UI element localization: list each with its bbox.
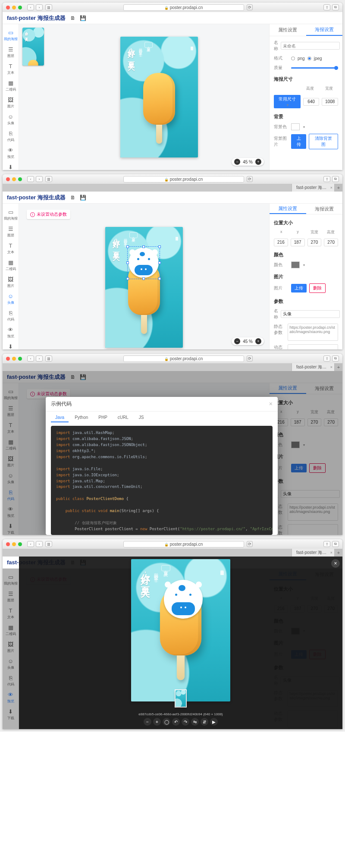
sidebar-toggle-icon[interactable]: ▥	[45, 4, 52, 10]
viewer-flip-v-icon[interactable]: ⇵	[201, 718, 208, 726]
upload-bg-button[interactable]: 上传	[291, 134, 307, 149]
sidebar-item-avatar[interactable]: ☺头像	[3, 112, 19, 127]
save-icon[interactable]: 💾	[80, 15, 86, 21]
height-input[interactable]: 640	[303, 98, 320, 106]
width-input[interactable]: 1008	[322, 98, 338, 106]
close-window-icon[interactable]	[6, 6, 10, 9]
sidebar-toggle-icon[interactable]: ▥	[45, 176, 52, 182]
code-tab-js[interactable]: JS	[135, 413, 148, 422]
forward-button[interactable]: ›	[36, 176, 43, 182]
zoom-in-button[interactable]: +	[255, 338, 261, 344]
sidebar-item-image[interactable]: 🖼图片	[3, 274, 19, 289]
sidebar-item-text[interactable]: T文本	[3, 61, 19, 76]
sidebar-item-myposters[interactable]: ▭我的海报	[3, 28, 19, 43]
share-icon[interactable]: ⇪	[323, 176, 330, 182]
sidebar-item-preview[interactable]: 👁预览	[3, 325, 19, 340]
save-icon[interactable]: 💾	[80, 194, 86, 201]
sidebar-item-qrcode[interactable]: ▦二维码	[3, 78, 19, 93]
modal-close-icon[interactable]: ×	[269, 400, 273, 408]
browser-tab[interactable]: fast-poster 海…×	[292, 549, 335, 557]
tabs-icon[interactable]: ⧉	[332, 4, 339, 10]
tab-poster-settings[interactable]: 海报设置	[306, 204, 343, 214]
code-tab-java[interactable]: Java	[51, 413, 69, 422]
color-swatch[interactable]	[291, 261, 300, 268]
sidebar-item-layers[interactable]: ☰图层	[3, 224, 19, 239]
tabs-icon[interactable]: ⧉	[332, 176, 339, 182]
poster-canvas[interactable]: 你好，夏天 我的世界十二 立夏 万物繁盛的美好 让我们一起迎接夏天	[120, 37, 198, 157]
back-button[interactable]: ‹	[27, 4, 34, 10]
new-doc-icon[interactable]: 🗎	[70, 15, 76, 21]
maximize-window-icon[interactable]	[18, 6, 22, 9]
dynamic-param-input[interactable]	[288, 344, 338, 349]
format-jpeg-radio[interactable]	[307, 57, 311, 60]
tab-properties[interactable]: 属性设置	[270, 24, 306, 36]
poster-canvas[interactable]: 你好，夏天 我的世界十二 立夏 万物繁盛的美好 让我们一起迎接夏天	[105, 227, 183, 348]
zoom-out-button[interactable]: −	[234, 159, 240, 165]
viewer-zoom-in-icon[interactable]: +	[153, 718, 161, 726]
zoom-in-button[interactable]: +	[255, 159, 261, 165]
x-input[interactable]: 216	[274, 239, 288, 246]
selection-box[interactable]	[127, 246, 160, 279]
tab-properties[interactable]: 属性设置	[270, 204, 306, 214]
canvas-stage[interactable]: 你好，夏天 我的世界十二 立夏 万物繁盛的美好 让我们一起迎接夏天 − 45 %…	[49, 24, 269, 170]
close-tab-icon[interactable]: ×	[330, 186, 332, 190]
browser-tab[interactable]: fast-poster 海…×	[292, 184, 335, 192]
avatar-element[interactable]	[129, 248, 159, 278]
browser-tab[interactable]: fast-poster 海…×	[292, 363, 335, 371]
static-param-input[interactable]: https://poster.prodapi.cn/static/images/…	[288, 324, 338, 341]
address-bar[interactable]: 🔒poster.prodapi.cn ⟳	[55, 4, 321, 11]
poster-thumbnail[interactable]: 你好，夏天	[22, 28, 44, 66]
sidebar-item-avatar[interactable]: ☺头像	[3, 291, 19, 306]
forward-button[interactable]: ›	[36, 4, 43, 10]
viewer-play-icon[interactable]: ▶	[210, 718, 218, 726]
clear-bg-button[interactable]: 清除背景图	[309, 134, 338, 149]
new-tab-button[interactable]: +	[335, 184, 342, 192]
share-icon[interactable]: ⇪	[323, 4, 330, 10]
reload-button[interactable]: ⟳	[247, 176, 253, 182]
back-button[interactable]: ‹	[27, 176, 34, 182]
viewer-reset-icon[interactable]: ◯	[163, 718, 170, 726]
sidebar-item-preview[interactable]: 👁预览	[3, 145, 19, 160]
code-tab-python[interactable]: Python	[70, 413, 92, 422]
y-input[interactable]: 187	[291, 239, 305, 246]
param-name-input[interactable]	[281, 310, 340, 318]
code-block[interactable]: import java.util.HashMap; import com.ali…	[51, 426, 273, 535]
quality-slider[interactable]	[291, 67, 338, 69]
sidebar-item-code[interactable]: ⎘代码	[3, 308, 19, 323]
viewer-rotate-right-icon[interactable]: ↷	[182, 718, 189, 726]
code-tab-curl[interactable]: cURL	[113, 413, 133, 422]
sidebar-item-image[interactable]: 🖼图片	[3, 95, 19, 110]
new-tab-button[interactable]: +	[335, 549, 342, 557]
viewer-flip-h-icon[interactable]: ⇋	[191, 718, 199, 726]
image-viewer-overlay[interactable]: × 你好，夏天 我的世界十二 立夏 万物繁盛的美好 让我们一起迎接夏天	[19, 557, 342, 729]
sidebar-item-myposters[interactable]: ▭我的海报	[3, 207, 19, 222]
viewer-zoom-out-icon[interactable]: −	[144, 718, 151, 726]
format-png-radio[interactable]	[291, 57, 295, 60]
new-doc-icon[interactable]: 🗎	[70, 194, 76, 201]
w-input[interactable]: 270	[307, 239, 322, 246]
window-controls	[6, 6, 22, 9]
sidebar-item-qrcode[interactable]: ▦二维码	[3, 258, 19, 273]
sidebar-item-text[interactable]: T文本	[3, 241, 19, 256]
viewer-thumbnail[interactable]	[175, 689, 187, 708]
h-input[interactable]: 270	[324, 239, 338, 246]
code-tab-php[interactable]: PHP	[94, 413, 112, 422]
tab-poster-settings[interactable]: 海报设置	[306, 24, 343, 36]
minimize-window-icon[interactable]	[12, 6, 16, 9]
zoom-out-button[interactable]: −	[234, 338, 240, 344]
sidebar-item-code[interactable]: ⎘代码	[3, 129, 19, 144]
warning-pill[interactable]: !未设置动态参数	[27, 210, 70, 219]
sidebar-item-layers[interactable]: ☰图层	[3, 44, 19, 60]
upload-img-button[interactable]: 上传	[291, 284, 307, 292]
viewer-rotate-left-icon[interactable]: ↶	[172, 718, 180, 726]
preview-image[interactable]: 你好，夏天 我的世界十二 立夏 万物繁盛的美好 让我们一起迎接夏天	[131, 559, 230, 701]
common-size-button[interactable]: 常用尺寸 ▾	[274, 95, 301, 108]
viewer-close-icon[interactable]: ×	[331, 559, 340, 568]
delete-img-button[interactable]: 删除	[309, 283, 326, 293]
sidebar-item-download[interactable]: ⬇下载	[3, 342, 19, 349]
bgcolor-swatch[interactable]	[291, 123, 300, 130]
new-tab-button[interactable]: +	[335, 363, 342, 371]
name-input[interactable]	[281, 42, 340, 50]
sidebar-item-download[interactable]: ⬇下载	[3, 162, 19, 170]
reload-button[interactable]: ⟳	[247, 4, 253, 10]
